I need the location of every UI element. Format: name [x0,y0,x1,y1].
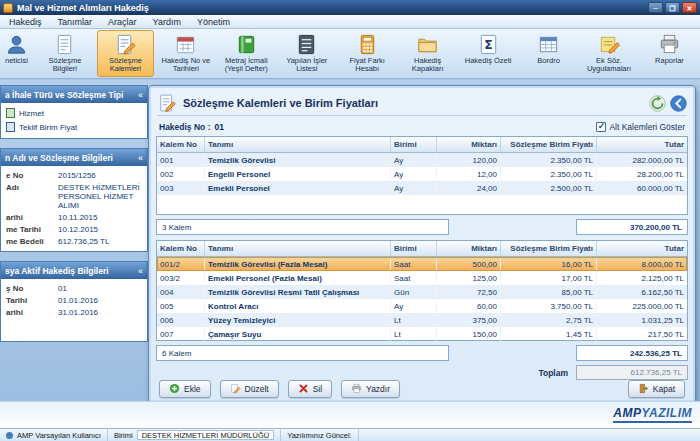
titlebar[interactable]: Mal ve Hizmet Alımları Hakediş ─ ❐ ✕ [0,0,700,15]
panel-header[interactable]: sya Aktif Hakediş Bilgileri « [1,262,147,279]
table-row[interactable]: 003Emekli PersonelAy24,002.500,00 TL60.0… [157,181,687,195]
column-header[interactable]: Sözleşme Birim Fiyatı [501,241,597,256]
cell: Yüzey Temizleyici [205,313,391,327]
collapse-icon[interactable]: « [138,153,143,163]
column-header[interactable]: Kalem No [157,241,205,256]
toolbar-item-yapilan-isler[interactable]: Yapılan İşler Listesi [278,30,335,77]
table-row[interactable]: 003/2Emekli Personel (Fazla Mesai)Saat12… [157,271,687,285]
table-row[interactable]: 007Çamaşır SuyuLt150,001,45 TL217,50 TL [157,327,687,341]
menu-hakedis[interactable]: Hakediş [1,15,50,28]
status-update: Yazılımınız Güncel. [281,429,358,441]
menu-tanimlar[interactable]: Tanımlar [50,15,101,28]
panel-ihale-turu: a İhale Türü ve Sözleşme Tipi « Hizmet T… [0,85,148,139]
list-item[interactable]: Teklif Birim Fiyat [4,120,144,134]
menu-yonetim[interactable]: Yönetim [189,15,238,28]
table-row-selected[interactable]: 001/2Temizlik Görevlisi (Fazla Mesai)Saa… [157,257,687,271]
logo-suffix: YAZILIM [641,406,692,420]
close-dialog-button[interactable]: Kapat [628,380,685,398]
toolbar-item-ek-soz-uygulamalari[interactable]: Ek Söz. Uygulamaları [581,30,638,77]
sub-items-table: Kalem No Tanımı Birimi Miktarı Sözleşme … [156,240,688,341]
status-update-label: Yazılımınız Güncel. [287,431,351,440]
toolbar-item-label: Sözleşme Kalemleri [98,57,153,74]
table-header-row: Kalem No Tanımı Birimi Miktarı Sözleşme … [157,241,687,257]
toolbar-item-bordro[interactable]: Bordro [520,30,577,77]
panel-aktif-hakedis: sya Aktif Hakediş Bilgileri « ş No 01 Ta… [0,261,148,342]
cell: Emekli Personel [205,181,391,195]
show-subitems-label[interactable]: Alt Kalemleri Göster [609,122,685,132]
menubar: Hakediş Tanımlar Araçlar Yardım Yönetim [0,15,700,29]
logo-brand: AMP [613,406,641,420]
table-row[interactable]: 006Yüzey TemizleyiciLt375,002,75 TL1.031… [157,313,687,327]
cell: 16,00 TL [501,257,597,271]
column-header[interactable]: Kalem No [157,137,205,152]
close-button-label: Kapat [653,384,675,394]
toolbar-item-fiyat-farki[interactable]: Fiyat Farkı Hesabı [339,30,396,77]
table-row[interactable]: 002Engelli PersonelAy12,002.350,00 TL28.… [157,167,687,181]
column-header[interactable]: Miktarı [437,241,501,256]
menu-yardim[interactable]: Yardım [145,15,189,28]
user-icon [6,432,13,439]
column-header[interactable]: Tutar [597,241,687,256]
list-item-label: Hizmet [19,109,44,118]
amp-yazilim-logo: AMPYAZILIM [613,406,692,423]
column-header[interactable]: Birimi [391,137,437,152]
bottom-band: AMPYAZILIM [0,401,700,428]
toolbar-item-yoneticisi[interactable]: neticisi [0,30,33,77]
close-icon[interactable]: ✕ [682,2,697,13]
printer-icon [658,33,681,56]
table-row[interactable]: 004Temizlik Görevlisi Resmi Tatil Çalışm… [157,285,687,299]
edit-button[interactable]: Düzelt [220,380,279,398]
minimize-button[interactable]: ─ [648,2,663,13]
info-label: Tarihi [6,296,54,305]
work-list-icon [295,33,318,56]
maximize-button[interactable]: ❐ [665,2,680,13]
list-item-label: Teklif Birim Fiyat [19,123,77,132]
cell: 007 [157,327,205,341]
column-header[interactable]: Tutar [597,137,687,152]
show-subitems-checkbox[interactable]: ✓ [596,122,606,132]
delete-x-icon [298,383,309,394]
print-button[interactable]: Yazdır [341,380,400,398]
cell: 004 [157,285,205,299]
dialog-titlebar: Sözleşme Kalemleri ve Birim Fiyatları [157,91,687,116]
cell: 282.000,00 TL [597,153,687,167]
toolbar-item-metraj-icmali[interactable]: Metraj İcmali (Yeşil Defter) [218,30,275,77]
grand-total-value: 612.736,25 TL [576,365,688,380]
list-item[interactable]: Hizmet [4,106,144,120]
column-header[interactable]: Miktarı [437,137,501,152]
hakedis-no-value: 01 [215,122,224,132]
column-header[interactable]: Sözleşme Birim Fiyatı [501,137,597,152]
grand-total-label: Toplam [538,368,568,378]
menu-araclar[interactable]: Araçlar [100,15,145,28]
panel-header[interactable]: n Adı ve Sözleşme Bilgileri « [1,149,147,166]
cell: Ay [391,181,437,195]
contract-items-icon [114,33,137,56]
toolbar-item-hakedis-ozeti[interactable]: Σ Hakediş Özeti [460,30,517,77]
collapse-icon[interactable]: « [138,266,143,276]
info-value: 10.11.2015 [58,213,142,222]
delete-button[interactable]: Sil [288,380,332,398]
toolbar-item-sozlesme-bilgileri[interactable]: Sözleşme Bilgileri [36,30,93,77]
toolbar-item-raporlar[interactable]: Raporlar [641,30,698,77]
back-button[interactable] [670,95,687,112]
window-title: Mal ve Hizmet Alımları Hakediş [17,3,648,13]
collapse-icon[interactable]: « [138,90,143,100]
column-header[interactable]: Tanımı [205,241,391,256]
panel-header[interactable]: a İhale Türü ve Sözleşme Tipi « [1,86,147,103]
cell: 006 [157,313,205,327]
cell: 003 [157,181,205,195]
cell: Emekli Personel (Fazla Mesai) [205,271,391,285]
info-value: 01.01.2016 [58,296,142,305]
table-row[interactable]: 005Kontrol AracıAy60,003.750,00 TL225.00… [157,299,687,313]
toolbar-item-hakedis-kapaklari[interactable]: Hakediş Kapakları [399,30,456,77]
calculator-icon [356,33,379,56]
toolbar-item-sozlesme-kalemleri[interactable]: Sözleşme Kalemleri [97,30,154,77]
refresh-button[interactable] [649,95,666,112]
add-button[interactable]: Ekle [159,380,211,398]
table-row[interactable]: 001Temizlik GörevlisiAy120,002.350,00 TL… [157,153,687,167]
column-header[interactable]: Birimi [391,241,437,256]
cell: Temizlik Görevlisi [205,153,391,167]
toolbar-item-hakedis-no-tarihleri[interactable]: Hakediş No ve Tarihleri [157,30,214,77]
column-header[interactable]: Tanımı [205,137,391,152]
status-unit[interactable]: Birimi DESTEK HİZMETLERİ MÜDÜRLÜĞÜ [108,429,281,441]
